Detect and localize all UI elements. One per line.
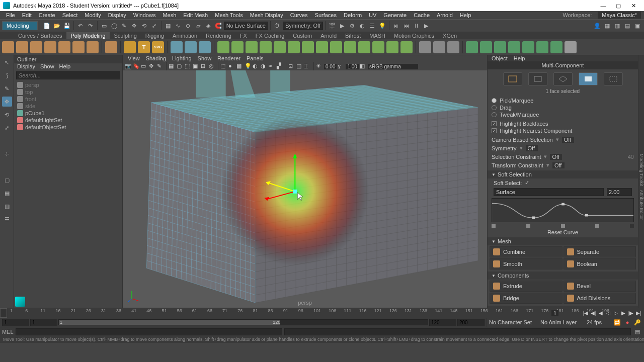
fill-hole-icon[interactable] [330,41,342,53]
undo-icon[interactable]: ↶ [76,21,85,30]
outliner-item-defaultObjectSet[interactable]: defaultObjectSet [16,124,120,131]
soft-select-checkbox[interactable]: ✓ [525,179,529,186]
shelf-tab-rendering[interactable]: Rendering [202,32,235,39]
vp-gamma-icon[interactable]: γ [338,63,345,70]
falloff-radius-field[interactable]: 2.00 [607,188,632,196]
vp-motion-blur-icon[interactable]: ≈ [269,63,276,70]
collapse-icon[interactable] [358,41,370,53]
comp-bridge-button[interactable]: Bridge [490,293,562,304]
command-input[interactable] [16,328,282,335]
attr-menu-help[interactable]: Help [514,55,525,61]
vp-select-camera-icon[interactable]: 📷 [125,63,132,70]
pause-icon[interactable]: ⏸ [412,21,421,30]
curve-handle-1[interactable] [492,224,496,228]
range-out-field[interactable] [429,319,456,326]
bevel-icon[interactable] [302,41,314,53]
vp-lights-icon[interactable]: 💡 [245,63,252,70]
mesh-boolean-button[interactable]: Boolean [564,258,636,269]
snap-plane-icon[interactable]: ▱ [194,21,203,30]
play-forward-button[interactable]: ▷ [612,309,619,316]
vp-bookmark-icon[interactable]: 🔖 [133,63,140,70]
boolean-icon[interactable] [260,41,272,53]
type-tool-icon[interactable]: T [138,41,150,53]
menu-windows[interactable]: Windows [130,12,159,18]
highlight-backfaces-checkbox[interactable]: ✓ [492,121,497,126]
playblast-icon[interactable]: ⏯ [391,21,400,30]
vp-xray-joints-icon[interactable]: ⌶ [304,63,311,70]
poly-sphere-icon[interactable] [2,41,14,53]
vp-shadows-icon[interactable]: ◐ [253,63,260,70]
shelf-tab-sculpting[interactable]: Sculpting [110,32,141,39]
shelf-tab-fx[interactable]: FX [236,32,251,39]
append-icon[interactable] [344,41,356,53]
comp-extrude-button[interactable]: Extrude [490,281,562,292]
vertex-mode-button[interactable] [528,72,547,85]
connect-icon[interactable] [372,41,384,53]
menu-edit[interactable]: Edit [19,12,35,18]
snap-live-icon[interactable]: ◈ [204,21,213,30]
vp-exposure[interactable]: 0.00 [324,64,337,69]
symmetry-field[interactable]: Symmetry: Off [283,22,323,30]
shelf-tab-rigging[interactable]: Rigging [141,32,168,39]
vp-colorspace[interactable]: sRGB gamma [368,64,418,69]
viewport-menu-show[interactable]: Show [198,55,212,62]
super-shape-icon[interactable] [185,41,197,53]
menu-mesh[interactable]: Mesh [159,12,179,18]
extrude-icon[interactable] [288,41,300,53]
outliner-item-side[interactable]: side [16,103,120,110]
bridge-icon[interactable] [316,41,328,53]
shelf-tab-custom[interactable]: Custom [289,32,316,39]
four-pane-icon[interactable]: ▦ [2,188,12,198]
minimize-button[interactable]: — [596,1,611,11]
layout-1-icon[interactable]: ▦ [603,21,612,30]
lasso-icon[interactable]: ◯ [110,21,119,30]
script-editor-button[interactable]: ▤ [633,327,642,336]
open-scene-icon[interactable]: 📂 [52,21,61,30]
mesh-separate-button[interactable]: Separate [564,246,636,257]
vp-image-plane-icon[interactable]: ▭ [141,63,148,70]
select-tool-icon[interactable]: ▭ [100,21,109,30]
viewport-menu-shading[interactable]: Shading [146,55,166,62]
vp-film-gate-icon[interactable]: ▢ [177,63,184,70]
range-start-field[interactable] [2,319,29,326]
outliner-search[interactable]: Search... [16,71,120,79]
go-start-button[interactable]: |◀ [582,309,589,316]
vp-grease-icon[interactable]: ✎ [157,63,164,70]
falloff-curve-editor[interactable] [492,198,634,222]
snap-curve-icon[interactable]: ∿ [174,21,183,30]
menu-modify[interactable]: Modify [82,12,104,18]
falloff-mode-dropdown[interactable]: Surface [494,188,604,196]
vp-2d-pan-icon[interactable]: ✥ [149,63,156,70]
play-back-button[interactable]: ◁ [605,309,612,316]
platonic-icon[interactable] [105,41,117,53]
components-section-header[interactable]: Components [488,272,638,280]
curve-handle-4[interactable] [595,224,599,228]
spin-edge-icon[interactable] [508,41,520,53]
menu-cache[interactable]: Cache [411,12,433,18]
set-key-button[interactable]: 🔑 [633,318,642,327]
quad-draw-icon[interactable] [466,41,478,53]
menu-curves[interactable]: Curves [287,12,311,18]
smooth-icon[interactable] [246,41,258,53]
shelf-tab-curves-surfaces[interactable]: Curves / Surfaces [14,32,66,39]
character-set-dropdown[interactable]: No Character Set [489,319,539,325]
rotate-tool[interactable]: ⟲ [2,110,12,120]
vp-field-chart-icon[interactable]: ⊞ [201,63,208,70]
menu-deform[interactable]: Deform [341,12,365,18]
merge-icon[interactable] [400,41,413,53]
outliner-item-front[interactable]: front [16,96,120,103]
pick-radio-2[interactable] [492,112,497,117]
lasso-tool[interactable]: ⟆ [2,70,12,80]
ipr-icon[interactable]: ▶ [338,21,347,30]
sculpt-icon[interactable] [494,41,506,53]
poly-cube-icon[interactable] [16,41,28,53]
viewport-menu-panels[interactable]: Panels [247,55,264,62]
layout-4-icon[interactable]: ▣ [633,21,642,30]
hypershade-icon[interactable]: ◐ [358,21,367,30]
shelf-tab-mash[interactable]: MASH [365,32,389,39]
menu-select[interactable]: Select [59,12,81,18]
separate-icon[interactable] [231,41,244,53]
pick-radio-0[interactable] [492,98,497,103]
play-icon[interactable]: ▶ [422,21,431,30]
shelf-tab-arnold[interactable]: Arnold [316,32,341,39]
